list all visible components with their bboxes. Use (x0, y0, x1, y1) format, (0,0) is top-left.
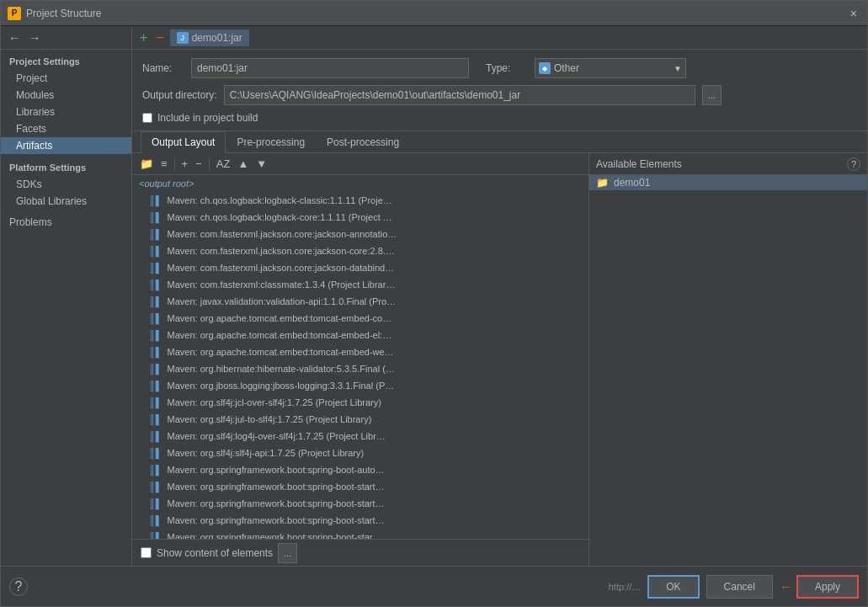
item-label: Maven: org.hibernate:hibernate-validator… (168, 364, 395, 374)
item-label: Maven: org.springframework.boot:spring-b… (168, 532, 382, 539)
list-item[interactable]: ║▌ Maven: org.apache.tomcat.embed:tomcat… (132, 327, 588, 343)
list-item[interactable]: ║▌ Maven: org.springframework.boot:sprin… (132, 461, 588, 478)
nav-back-button[interactable]: ← (6, 31, 23, 45)
sidebar-item-artifacts[interactable]: Artifacts (1, 137, 131, 154)
dialog-title: Project Structure (26, 8, 101, 19)
item-label: Maven: org.slf4j:slf4j-api:1.7.25 (Proje… (168, 448, 365, 458)
library-icon: ║▌ (149, 431, 162, 441)
list-item[interactable]: ║▌ Maven: org.springframework.boot:sprin… (132, 529, 588, 539)
project-structure-dialog: P Project Structure × ← → Project Settin… (0, 0, 868, 607)
close-icon[interactable]: × (847, 5, 860, 22)
sidebar-item-label: Facets (16, 123, 46, 135)
content-split: 📁 ≡ + − AZ ▲ ▼ <output root> (132, 153, 867, 566)
item-label: Maven: com.fasterxml.jackson.core:jackso… (168, 246, 395, 256)
available-elements-list: 📁 demo01 (589, 175, 867, 566)
output-dir-input[interactable] (224, 85, 695, 105)
sidebar-item-modules[interactable]: Modules (1, 87, 131, 104)
include-build-checkbox[interactable] (142, 113, 152, 123)
library-icon: ║▌ (149, 195, 162, 205)
footer: ? http://… OK Cancel ← Apply (1, 566, 867, 606)
library-icon: ║▌ (149, 364, 162, 374)
list-item[interactable]: ║▌ Maven: com.fasterxml.jackson.core:jac… (132, 242, 588, 259)
library-icon: ║▌ (149, 313, 162, 323)
item-label: Maven: org.springframework.boot:spring-b… (168, 482, 385, 492)
folder-icon: 📁 (596, 177, 609, 189)
artifact-item-demo01[interactable]: J demo01:jar (170, 29, 249, 46)
item-label: Maven: org.apache.tomcat.embed:tomcat-em… (168, 330, 392, 340)
list-item[interactable]: ║▌ Maven: org.slf4j:slf4j-api:1.7.25 (Pr… (132, 445, 588, 461)
sidebar-item-project[interactable]: Project (1, 70, 131, 87)
move-down-icon[interactable]: ▼ (253, 156, 269, 173)
list-item[interactable]: ║▌ Maven: com.fasterxml.jackson.core:jac… (132, 259, 588, 276)
list-item[interactable]: ║▌ Maven: org.apache.tomcat.embed:tomcat… (132, 310, 588, 327)
tab-pre-processing[interactable]: Pre-processing (226, 131, 316, 153)
item-label: Maven: ch.qos.logback:logback-classic:1.… (168, 195, 392, 205)
browse-button[interactable]: ... (702, 85, 722, 105)
list-item[interactable]: ║▌ Maven: org.apache.tomcat.embed:tomcat… (132, 343, 588, 360)
remove-artifact-button[interactable]: − (153, 30, 166, 45)
list-item[interactable]: ║▌ Maven: javax.validation:validation-ap… (132, 293, 588, 310)
library-icon: ║▌ (149, 532, 162, 539)
list-item[interactable]: ║▌ Maven: org.slf4j:log4j-over-slf4j:1.7… (132, 428, 588, 445)
type-label: Type: (486, 62, 528, 74)
available-header: Available Elements ? (589, 153, 867, 175)
name-input[interactable] (191, 58, 469, 78)
tabs-bar: Output Layout Pre-processing Post-proces… (132, 131, 867, 153)
list-item[interactable]: ║▌ Maven: org.slf4j:jul-to-slf4j:1.7.25 … (132, 411, 588, 428)
type-icon: ◆ (539, 62, 551, 74)
add-artifact-button[interactable]: + (137, 30, 150, 45)
item-label: Maven: com.fasterxml.jackson.core:jackso… (168, 263, 395, 273)
list-item[interactable]: ║▌ Maven: ch.qos.logback:logback-core:1.… (132, 209, 588, 226)
tab-post-processing[interactable]: Post-processing (316, 131, 410, 153)
list-item[interactable]: ║▌ Maven: com.fasterxml.jackson.core:jac… (132, 226, 588, 242)
ok-button[interactable]: OK (647, 575, 699, 599)
list-item[interactable]: ║▌ Maven: org.springframework.boot:sprin… (132, 512, 588, 529)
cancel-button[interactable]: Cancel (706, 575, 773, 599)
list-item[interactable]: ║▌ Maven: org.springframework.boot:sprin… (132, 478, 588, 495)
library-icon: ║▌ (149, 414, 162, 424)
list-item[interactable]: ║▌ Maven: org.jboss.logging:jboss-loggin… (132, 377, 588, 394)
sort-az-icon[interactable]: AZ (214, 156, 233, 173)
name-label: Name: (142, 62, 184, 74)
item-label: Maven: org.apache.tomcat.embed:tomcat-em… (168, 347, 394, 357)
list-item[interactable]: ║▌ Maven: org.springframework.boot:sprin… (132, 495, 588, 512)
available-help-button[interactable]: ? (847, 157, 860, 171)
remove-icon[interactable]: − (193, 156, 205, 173)
list-item[interactable]: ║▌ Maven: com.fasterxml:classmate:1.3.4 … (132, 276, 588, 293)
footer-help-button[interactable]: ? (9, 578, 28, 596)
sidebar-item-label: Artifacts (16, 140, 52, 152)
nav-forward-button[interactable]: → (26, 31, 43, 45)
apply-arrow-icon: ← (780, 579, 793, 594)
sidebar-item-global-libraries[interactable]: Global Libraries (1, 193, 131, 210)
item-label: Maven: org.jboss.logging:jboss-logging:3… (168, 381, 395, 391)
library-icon: ║▌ (149, 498, 162, 508)
sidebar-item-label: Problems (9, 216, 52, 228)
sidebar-item-libraries[interactable]: Libraries (1, 104, 131, 120)
available-item-demo01[interactable]: 📁 demo01 (589, 175, 867, 190)
sidebar-nav-bar: ← → (1, 26, 131, 50)
tab-output-layout[interactable]: Output Layout (141, 131, 226, 153)
list-item[interactable]: ║▌ Maven: org.hibernate:hibernate-valida… (132, 360, 588, 377)
show-content-checkbox[interactable] (141, 547, 152, 558)
library-icon: ║▌ (149, 263, 162, 273)
list-icon[interactable]: ≡ (158, 156, 170, 173)
available-item-label: demo01 (614, 177, 650, 189)
list-item[interactable]: ║▌ Maven: ch.qos.logback:logback-classic… (132, 192, 588, 209)
list-item[interactable]: ║▌ Maven: org.slf4j:jcl-over-slf4j:1.7.2… (132, 394, 588, 411)
library-icon: ║▌ (149, 397, 162, 407)
sidebar-item-problems[interactable]: Problems (1, 210, 131, 231)
apply-button[interactable]: Apply (796, 575, 859, 599)
type-dropdown-arrow: ▼ (670, 64, 685, 73)
type-value: Other (554, 62, 670, 74)
output-root-item[interactable]: <output root> (132, 175, 588, 192)
move-up-icon[interactable]: ▲ (235, 156, 251, 173)
sidebar-item-sdks[interactable]: SDKs (1, 176, 131, 193)
sidebar-item-label: Libraries (16, 106, 55, 118)
type-select[interactable]: ◆ Other ▼ (535, 58, 686, 78)
sidebar-item-facets[interactable]: Facets (1, 120, 131, 137)
add-icon[interactable]: + (179, 156, 191, 173)
output-dir-row: Output directory: ... (142, 85, 857, 105)
folder-add-icon[interactable]: 📁 (137, 156, 156, 173)
more-options-button[interactable]: ... (278, 543, 297, 563)
library-icon: ║▌ (149, 296, 162, 306)
